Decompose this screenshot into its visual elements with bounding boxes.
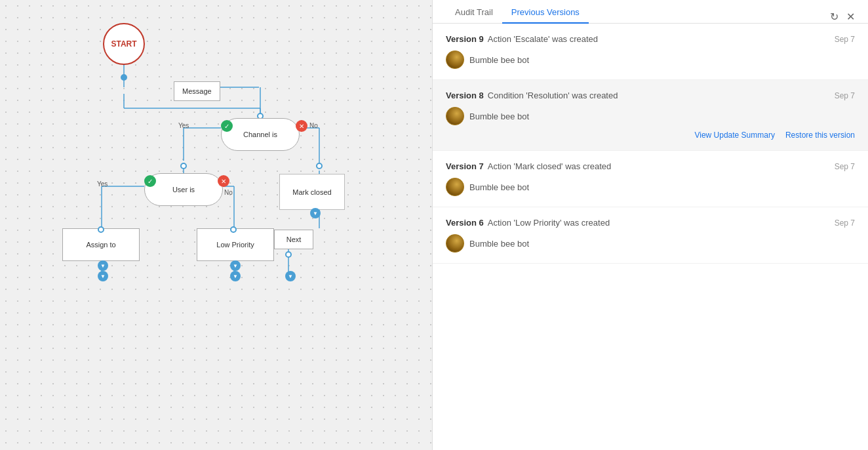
no-label-2: No [224,189,233,196]
next-chevron-2: ▼ [285,271,296,281]
connector-dot-assign-top [98,226,104,233]
yes-label-2: Yes [97,180,108,188]
user-node: User is [144,173,223,206]
lp-chevron: ▼ [230,260,241,271]
connector-dot-next [285,251,292,258]
version-6-avatar [446,234,464,253]
message-node: Message [174,81,220,101]
version-7-username: Bumble bee bot [469,182,529,192]
version-7-header: Version 7 Action 'Mark closed' was creat… [446,161,855,171]
version-6-title: Version 6 Action 'Low Priority' was crea… [446,218,610,228]
version-6-username: Bumble bee bot [469,239,529,249]
restore-version-button[interactable]: Restore this version [785,131,855,140]
version-9-header: Version 9 Action 'Escalate' was created … [446,34,855,44]
start-node: START [103,23,145,65]
channel-check-icon: ✓ [221,120,233,132]
view-summary-button[interactable]: View Update Summary [694,131,775,140]
version-8-title: Version 8 Condition 'Resolution' was cre… [446,91,618,100]
user-cross-icon: ✕ [218,175,229,187]
version-item-6: Version 6 Action 'Low Priority' was crea… [433,207,868,264]
version-7-num: Version 7 [446,161,484,171]
channel-cross-icon: ✕ [296,120,307,132]
version-7-avatar [446,178,464,196]
low-priority-node: Low Priority [197,228,274,261]
version-7-user: Bumble bee bot [446,178,855,196]
version-9-user: Bumble bee bot [446,51,855,69]
version-7-title: Version 7 Action 'Mark closed' was creat… [446,161,611,171]
version-6-user: Bumble bee bot [446,234,855,253]
version-6-header: Version 6 Action 'Low Priority' was crea… [446,218,855,228]
right-panel: Audit Trail Previous Versions ↻ ✕ Versio… [433,0,868,450]
version-9-desc: Action 'Escalate' was created [488,34,598,44]
tab-actions: ↻ ✕ [830,10,855,23]
no-label-1: No [309,122,318,129]
version-list: Version 9 Action 'Escalate' was created … [433,24,868,450]
version-9-num: Version 9 [446,34,484,44]
version-8-username: Bumble bee bot [469,112,529,121]
version-8-date: Sep 7 [835,91,855,100]
version-7-date: Sep 7 [835,162,855,171]
version-item-7: Version 7 Action 'Mark closed' was creat… [433,151,868,207]
version-8-header: Version 8 Condition 'Resolution' was cre… [446,91,855,100]
connector-dot-lp-top [230,226,237,233]
version-8-desc: Condition 'Resolution' was created [488,91,618,100]
version-8-avatar [446,107,464,125]
version-item-9: Version 9 Action 'Escalate' was created … [433,24,868,80]
connector-dot-1 [121,74,127,81]
next-node: Next [274,230,313,249]
close-button[interactable]: ✕ [846,10,855,23]
refresh-button[interactable]: ↻ [830,10,838,23]
tabs-bar: Audit Trail Previous Versions ↻ ✕ [433,0,868,24]
version-8-footer: View Update Summary Restore this version [446,131,855,140]
connector-dot-3 [180,163,187,169]
version-8-num: Version 8 [446,91,484,100]
flow-diagram: START Message Channel is ✓ ✕ Yes No User… [0,0,433,450]
tab-audit-trail[interactable]: Audit Trail [446,2,502,24]
channel-node: Channel is [221,118,300,151]
version-9-date: Sep 7 [835,35,855,44]
connector-dot-4 [316,163,323,169]
version-9-username: Bumble bee bot [469,55,529,65]
version-8-user: Bumble bee bot [446,107,855,125]
assign-node: Assign to [62,228,140,261]
version-9-avatar [446,51,464,69]
version-6-date: Sep 7 [835,218,855,228]
version-item-8: Version 8 Condition 'Resolution' was cre… [433,80,868,151]
version-6-num: Version 6 [446,218,484,228]
lp-chevron-2: ▼ [230,271,241,281]
version-7-desc: Action 'Mark closed' was created [488,161,612,171]
version-9-title: Version 9 Action 'Escalate' was created [446,34,598,44]
mark-closed-node: Mark closed [279,174,345,210]
tab-previous-versions[interactable]: Previous Versions [502,2,589,24]
user-check-icon: ✓ [144,175,156,187]
assign-chevron-2: ▼ [98,271,108,281]
assign-chevron: ▼ [98,260,108,271]
yes-label-1: Yes [178,122,189,129]
mark-closed-chevron: ▼ [310,208,321,218]
version-6-desc: Action 'Low Priority' was created [488,218,610,228]
